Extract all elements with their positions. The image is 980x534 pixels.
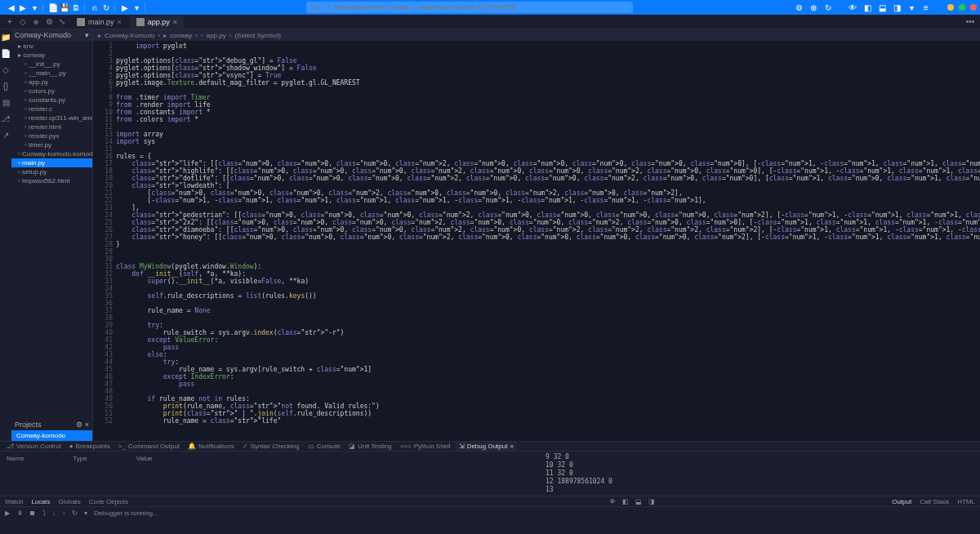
run-icon[interactable]: ▶	[120, 2, 130, 12]
panel-icon[interactable]: ◧	[622, 498, 629, 505]
debug-variables[interactable]: Name Type Value	[0, 452, 539, 496]
panel-tab-breakpoints[interactable]: ● Breakpoints	[66, 442, 114, 451]
subtab-watch[interactable]: Watch	[5, 498, 23, 505]
panel-tab-debug-output[interactable]: ⇲ Debug Output ×	[456, 442, 517, 451]
subtab-html[interactable]: HTML	[957, 498, 975, 505]
play-icon[interactable]: ▶	[5, 510, 10, 517]
eye-icon[interactable]: 👁	[848, 2, 858, 12]
menu-icon[interactable]: ≡	[921, 2, 931, 12]
panel-tab-syntax-checking[interactable]: ✓ Syntax Checking	[239, 442, 303, 451]
step-over-icon[interactable]: ⤵	[42, 510, 46, 517]
tree-item-render-cp311-win-amd64-p---[interactable]: ▫ render.cp311-win_amd64.p...	[11, 113, 92, 122]
save-icon[interactable]: 💾	[60, 2, 69, 12]
tab-label: main.py	[88, 18, 114, 26]
tree-item-render-c[interactable]: ▫ render.c	[11, 105, 92, 113]
stop-icon[interactable]: ⏹	[29, 510, 36, 517]
panel-icon[interactable]: ◨	[648, 498, 655, 505]
open-files-icon[interactable]: 📄	[0, 47, 11, 59]
subtab-callstack[interactable]: Call Stack	[920, 498, 949, 505]
tree-item-colors-py[interactable]: ▫ colors.py	[11, 87, 92, 96]
subtab-output[interactable]: Output	[892, 498, 911, 505]
panel-tab-command-output[interactable]: >_ Command Output	[115, 442, 183, 451]
tab-close-icon[interactable]: ×	[173, 18, 177, 26]
nav-back-icon[interactable]: ◀	[7, 2, 16, 12]
panel-icon[interactable]: 👁	[609, 498, 616, 505]
debug-output[interactable]: 9 32 010 32 011 32 012 188978561024 013	[539, 452, 980, 496]
gear-icon[interactable]: ⚙	[76, 421, 82, 429]
code-editor[interactable]: 1234567891011121314151617181920212223242…	[93, 41, 980, 441]
crumb-project[interactable]: Conway-Komodo	[105, 32, 154, 39]
tree-item-setup-py[interactable]: ▫ setup.py	[11, 167, 92, 176]
tab-app-py[interactable]: app.py ×	[130, 16, 184, 28]
subtab-locals[interactable]: Locals	[31, 498, 50, 505]
search-input[interactable]	[306, 2, 633, 13]
tree-item-tmpwsn562-html[interactable]: ▫ tmpwsn562.html	[11, 176, 92, 185]
run-dropdown-icon[interactable]: ▾	[131, 2, 141, 12]
tree-item---main---py[interactable]: ▫ __main__.py	[11, 69, 92, 78]
tree-item---init---py[interactable]: ▫ __init__.py	[11, 60, 92, 69]
dom-icon[interactable]: ◇	[0, 64, 11, 75]
redo-icon[interactable]: ↻	[101, 2, 111, 12]
more-icon[interactable]: •••	[964, 16, 977, 29]
code-icon[interactable]: {}	[0, 80, 11, 91]
save-all-icon[interactable]: 🗎	[71, 2, 81, 12]
places-icon[interactable]: 📁	[0, 31, 11, 42]
gear-icon[interactable]: ⚙	[42, 16, 56, 29]
crumb-folder[interactable]: conway	[170, 32, 192, 39]
crumb-symbol[interactable]: (Select Symbol)	[234, 32, 280, 39]
maximize-icon[interactable]	[959, 4, 965, 11]
tree-item-env[interactable]: ▸ env	[11, 42, 92, 51]
tree-item-constants-py[interactable]: ▫ constants.py	[11, 96, 92, 105]
nav-forward-icon[interactable]: ▶	[18, 2, 28, 12]
minimize-icon[interactable]	[947, 4, 954, 11]
new-tab-icon[interactable]: +	[3, 16, 16, 29]
subtab-globals[interactable]: Globals	[59, 498, 81, 505]
file-icon[interactable]: ◇	[16, 16, 29, 29]
tree-item-main-py[interactable]: ▫ main.py	[11, 158, 92, 167]
panel-icon[interactable]: ⬓	[635, 498, 642, 505]
pause-icon[interactable]: ⏸	[16, 510, 23, 517]
dropdown-icon[interactable]: ▾	[29, 2, 39, 12]
panel-tab-unit-testing[interactable]: ◪ Unit Testing	[345, 442, 395, 451]
dropdown-icon[interactable]: ▾	[84, 510, 87, 517]
gear-icon[interactable]: ⊕	[808, 2, 818, 12]
restart-icon[interactable]: ↻	[72, 510, 78, 517]
project-item[interactable]: Conway-komodo	[11, 430, 92, 441]
bookmark-icon[interactable]: ⎈	[29, 16, 42, 29]
tree-item-app-py[interactable]: ▫ app.py	[11, 78, 92, 87]
dropdown-icon[interactable]: ▾	[85, 31, 89, 39]
tab-close-icon[interactable]: ×	[118, 18, 122, 26]
panel-tab-console[interactable]: ▭ Console	[305, 442, 344, 451]
code-content[interactable]: import pyglet pyglet.options[class="str"…	[116, 41, 980, 441]
panel-tab-notifications[interactable]: 🔔 Notifications	[185, 442, 238, 451]
step-out-icon[interactable]: ↑	[62, 510, 65, 517]
panel-tab-python-shell[interactable]: >>> Python Shell	[397, 442, 454, 451]
settings-icon[interactable]: ⚙	[794, 2, 804, 12]
expand-icon[interactable]: ⤡	[56, 16, 69, 29]
share-icon[interactable]: ↗	[0, 129, 11, 140]
undo-icon[interactable]: ⎌	[90, 2, 100, 12]
panel-bottom-icon[interactable]: ⬓	[877, 2, 887, 12]
project-header[interactable]: Conway-Komodo ▾	[11, 29, 92, 41]
refresh-icon[interactable]: ↻	[823, 2, 833, 12]
dropdown-icon[interactable]: ▾	[906, 2, 916, 12]
tree-item-timer-py[interactable]: ▫ timer.py	[11, 140, 92, 149]
panel-left-icon[interactable]: ◧	[862, 2, 872, 12]
tree-item-conway[interactable]: ▸ conway	[11, 51, 92, 60]
panel-right-icon[interactable]: ◨	[892, 2, 902, 12]
tree-item-render-html[interactable]: ▫ render.html	[11, 122, 92, 131]
db-icon[interactable]: ▤	[0, 96, 11, 108]
tab-close-icon[interactable]: ×	[510, 443, 514, 450]
panel-tab-version-control[interactable]: ⎇ Version Control	[3, 442, 65, 451]
projects-section[interactable]: Projects ⚙ ×	[11, 419, 92, 430]
subtab-codeobjects[interactable]: Code Objects	[89, 498, 128, 505]
git-icon[interactable]: ⎇	[0, 113, 11, 124]
new-file-icon[interactable]: 📄	[48, 2, 58, 12]
tree-item-conway-komodo-komodopr---[interactable]: ▫ Conway-komodo.komodopr...	[11, 149, 92, 158]
step-into-icon[interactable]: ↓	[52, 510, 56, 517]
close-icon[interactable]: ×	[85, 421, 89, 429]
tree-item-render-pyx[interactable]: ▫ render.pyx	[11, 131, 92, 140]
close-icon[interactable]	[970, 4, 977, 11]
crumb-file[interactable]: app.py	[207, 32, 226, 39]
tab-main-py[interactable]: main.py ×	[70, 16, 128, 28]
